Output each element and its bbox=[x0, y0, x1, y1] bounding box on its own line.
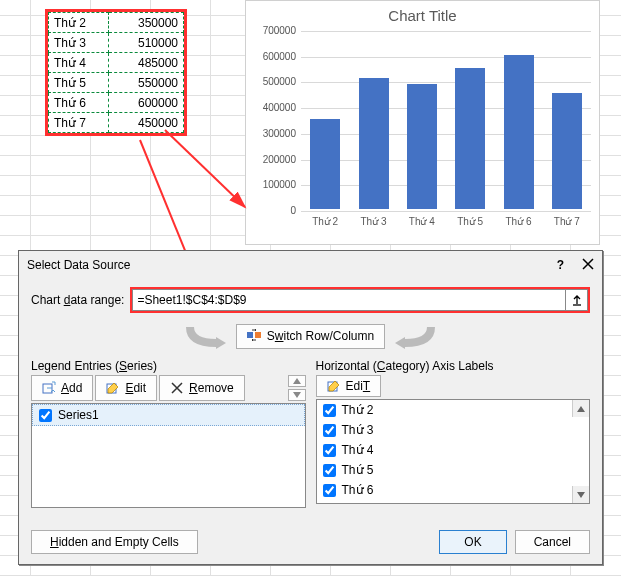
gridline bbox=[301, 211, 591, 212]
x-tick-label: Thứ 3 bbox=[350, 216, 398, 227]
list-item[interactable]: Thứ 2 bbox=[317, 400, 590, 420]
cell-label[interactable]: Thứ 5 bbox=[49, 73, 109, 93]
add-icon bbox=[42, 381, 56, 395]
x-tick-label: Thứ 2 bbox=[301, 216, 349, 227]
y-tick-label: 400000 bbox=[246, 102, 296, 113]
move-down-button[interactable] bbox=[288, 389, 306, 401]
category-checkbox[interactable] bbox=[323, 484, 336, 497]
x-tick-label: Thứ 7 bbox=[543, 216, 591, 227]
cell-value[interactable]: 550000 bbox=[109, 73, 184, 93]
category-checkbox[interactable] bbox=[323, 444, 336, 457]
chart-data-range-input[interactable] bbox=[132, 289, 566, 311]
chart-bar[interactable] bbox=[455, 68, 485, 209]
y-tick-label: 100000 bbox=[246, 179, 296, 190]
category-axis-header: Horizontal (Category) Axis Labels bbox=[316, 359, 591, 373]
curved-arrow-right-icon bbox=[395, 323, 435, 349]
switch-icon bbox=[247, 328, 261, 345]
list-item[interactable]: Thứ 6 bbox=[317, 480, 590, 500]
list-item[interactable]: Thứ 4 bbox=[317, 440, 590, 460]
chart-bar[interactable] bbox=[310, 119, 340, 209]
table-row[interactable]: Thứ 7450000 bbox=[49, 113, 184, 133]
edit-category-button[interactable]: EdiT bbox=[316, 375, 382, 397]
category-label: Thứ 5 bbox=[342, 463, 374, 477]
cell-value[interactable]: 600000 bbox=[109, 93, 184, 113]
gridline bbox=[301, 108, 591, 109]
y-tick-label: 300000 bbox=[246, 128, 296, 139]
series-label: Series1 bbox=[58, 408, 99, 422]
collapse-dialog-icon[interactable] bbox=[566, 289, 588, 311]
cell-value[interactable]: 485000 bbox=[109, 53, 184, 73]
table-row[interactable]: Thứ 6600000 bbox=[49, 93, 184, 113]
chart-bar[interactable] bbox=[359, 78, 389, 209]
table-row[interactable]: Thứ 5550000 bbox=[49, 73, 184, 93]
table-row[interactable]: Thứ 3510000 bbox=[49, 33, 184, 53]
y-tick-label: 700000 bbox=[246, 25, 296, 36]
cell-value[interactable]: 450000 bbox=[109, 113, 184, 133]
chart-bar[interactable] bbox=[407, 84, 437, 209]
switch-row-column-button[interactable]: Switch Row/Column bbox=[236, 324, 385, 349]
cell-label[interactable]: Thứ 4 bbox=[49, 53, 109, 73]
cell-value[interactable]: 510000 bbox=[109, 33, 184, 53]
help-icon[interactable]: ? bbox=[557, 258, 564, 272]
table-row[interactable]: Thứ 2350000 bbox=[49, 13, 184, 33]
category-checkbox[interactable] bbox=[323, 464, 336, 477]
chart-container[interactable]: Chart Title 0100000200000300000400000500… bbox=[245, 0, 600, 245]
scroll-down-icon[interactable] bbox=[572, 486, 589, 503]
edit-series-button[interactable]: Edit bbox=[95, 375, 157, 401]
x-tick-label: Thứ 6 bbox=[495, 216, 543, 227]
category-label: Thứ 4 bbox=[342, 443, 374, 457]
series-checkbox[interactable] bbox=[39, 409, 52, 422]
cell-label[interactable]: Thứ 2 bbox=[49, 13, 109, 33]
category-label: Thứ 6 bbox=[342, 483, 374, 497]
move-up-button[interactable] bbox=[288, 375, 306, 387]
y-tick-label: 500000 bbox=[246, 76, 296, 87]
category-listbox[interactable]: Thứ 2Thứ 3Thứ 4Thứ 5Thứ 6 bbox=[316, 399, 591, 504]
list-item[interactable]: Thứ 3 bbox=[317, 420, 590, 440]
ok-button[interactable]: OK bbox=[439, 530, 506, 554]
gridline bbox=[301, 82, 591, 83]
gridline bbox=[301, 134, 591, 135]
y-tick-label: 600000 bbox=[246, 51, 296, 62]
dialog-title: Select Data Source bbox=[27, 258, 130, 272]
svg-rect-5 bbox=[247, 332, 253, 338]
cell-label[interactable]: Thứ 6 bbox=[49, 93, 109, 113]
category-label: Thứ 2 bbox=[342, 403, 374, 417]
cell-label[interactable]: Thứ 3 bbox=[49, 33, 109, 53]
legend-entries-header: Legend Entries (Series) bbox=[31, 359, 306, 373]
gridline bbox=[301, 57, 591, 58]
dialog-titlebar: Select Data Source ? bbox=[19, 251, 602, 279]
edit-icon bbox=[106, 381, 120, 395]
chart-title[interactable]: Chart Title bbox=[246, 1, 599, 24]
scroll-up-icon[interactable] bbox=[572, 400, 589, 417]
series-listbox[interactable]: Series1 bbox=[31, 403, 306, 508]
chart-bar[interactable] bbox=[504, 55, 534, 209]
category-label: Thứ 3 bbox=[342, 423, 374, 437]
plot-area bbox=[301, 31, 591, 211]
gridline bbox=[301, 160, 591, 161]
cell-value[interactable]: 350000 bbox=[109, 13, 184, 33]
curved-arrow-left-icon bbox=[186, 323, 226, 349]
data-table: Thứ 2350000Thứ 3510000Thứ 4485000Thứ 555… bbox=[48, 12, 184, 133]
add-series-button[interactable]: Add bbox=[31, 375, 93, 401]
list-item[interactable]: Series1 bbox=[32, 404, 305, 426]
remove-series-button[interactable]: Remove bbox=[159, 375, 245, 401]
x-tick-label: Thứ 4 bbox=[398, 216, 446, 227]
category-checkbox[interactable] bbox=[323, 424, 336, 437]
svg-rect-6 bbox=[255, 332, 261, 338]
select-data-source-dialog: Select Data Source ? Chart data range: bbox=[18, 250, 603, 565]
list-item[interactable]: Thứ 5 bbox=[317, 460, 590, 480]
chart-bar[interactable] bbox=[552, 93, 582, 209]
x-tick-label: Thứ 5 bbox=[446, 216, 494, 227]
cancel-button[interactable]: Cancel bbox=[515, 530, 590, 554]
selected-cells-highlight: Thứ 2350000Thứ 3510000Thứ 4485000Thứ 555… bbox=[45, 9, 187, 136]
remove-icon bbox=[170, 381, 184, 395]
cell-label[interactable]: Thứ 7 bbox=[49, 113, 109, 133]
table-row[interactable]: Thứ 4485000 bbox=[49, 53, 184, 73]
close-icon[interactable] bbox=[582, 258, 594, 273]
edit-icon bbox=[327, 379, 341, 393]
hidden-empty-cells-button[interactable]: Hidden and Empty Cells bbox=[31, 530, 198, 554]
y-tick-label: 0 bbox=[246, 205, 296, 216]
chart-data-range-label: Chart data range: bbox=[31, 293, 124, 307]
gridline bbox=[301, 185, 591, 186]
category-checkbox[interactable] bbox=[323, 404, 336, 417]
